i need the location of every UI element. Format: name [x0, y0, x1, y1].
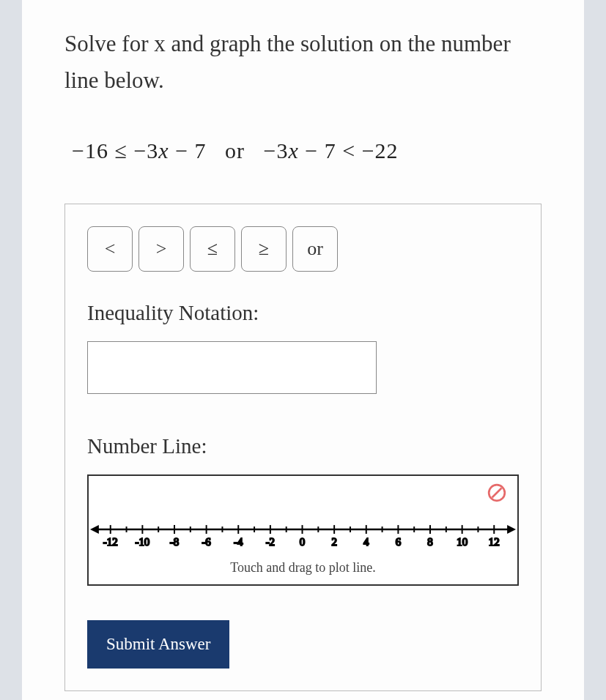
eq-or: or	[225, 138, 245, 163]
greater-than-button[interactable]: >	[138, 226, 184, 272]
eq-part2b: − 7 < −22	[299, 138, 399, 163]
inequality-notation-input[interactable]	[87, 341, 377, 394]
question-variable: x	[154, 31, 166, 56]
answer-panel: < > ≤ ≥ or Inequality Notation: Number L…	[64, 204, 542, 691]
svg-text:-10: -10	[135, 536, 149, 548]
problem-card: Solve for x and graph the solution on th…	[22, 0, 584, 700]
number-line-plot[interactable]: -12 -10 -8 -6 -4 -2 0 2 4	[87, 474, 519, 586]
eq-var1: x	[158, 138, 169, 163]
svg-text:10: 10	[457, 536, 468, 548]
number-line-label: Number Line:	[87, 434, 519, 458]
svg-text:0: 0	[300, 536, 305, 548]
eq-part2a: −3	[264, 138, 289, 163]
svg-marker-3	[90, 525, 99, 534]
number-line-hint: Touch and drag to plot line.	[89, 560, 517, 576]
less-than-button[interactable]: <	[87, 226, 133, 272]
svg-text:8: 8	[427, 536, 432, 548]
svg-text:2: 2	[331, 536, 336, 548]
question-prefix: Solve for	[64, 31, 154, 56]
or-button[interactable]: or	[292, 226, 338, 272]
eq-part1b: − 7	[169, 138, 207, 163]
svg-text:4: 4	[363, 536, 369, 548]
submit-answer-button[interactable]: Submit Answer	[87, 620, 229, 669]
greater-equal-button[interactable]: ≥	[241, 226, 287, 272]
svg-text:-8: -8	[170, 536, 179, 548]
svg-text:-12: -12	[103, 536, 118, 548]
svg-line-1	[492, 488, 502, 498]
svg-text:-4: -4	[234, 536, 243, 548]
clear-icon[interactable]	[487, 483, 506, 502]
svg-marker-4	[507, 525, 516, 534]
number-line-axis: -12 -10 -8 -6 -4 -2 0 2 4	[89, 516, 517, 553]
svg-text:6: 6	[396, 536, 401, 548]
svg-text:12: 12	[489, 536, 500, 548]
svg-text:-2: -2	[266, 536, 275, 548]
inequality-equation: −16 ≤ −3x − 7 or −3x − 7 < −22	[72, 138, 542, 163]
eq-part1a: −16 ≤ −3	[72, 138, 158, 163]
symbol-button-row: < > ≤ ≥ or	[87, 226, 519, 272]
eq-var2: x	[288, 138, 298, 163]
less-equal-button[interactable]: ≤	[190, 226, 235, 272]
inequality-notation-label: Inequality Notation:	[87, 301, 519, 325]
svg-text:-6: -6	[202, 536, 210, 548]
question-text: Solve for x and graph the solution on th…	[64, 26, 542, 98]
